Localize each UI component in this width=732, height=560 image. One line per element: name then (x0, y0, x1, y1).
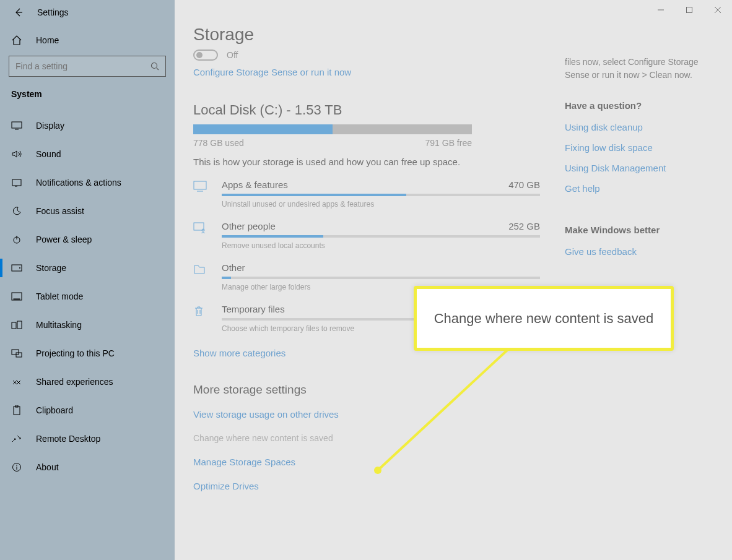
apps-icon (193, 179, 209, 209)
svg-rect-2 (12, 179, 21, 186)
sound-icon (11, 149, 22, 160)
callout-text: Change where new content is saved (434, 311, 654, 327)
close-icon (715, 7, 721, 13)
nav-about[interactable]: About (0, 453, 175, 481)
search-input[interactable] (15, 61, 145, 71)
help-disk-mgmt-link[interactable]: Using Disk Management (565, 163, 713, 173)
svg-rect-1 (12, 122, 22, 128)
help-low-disk-link[interactable]: Fixing low disk space (565, 142, 713, 153)
search-box[interactable] (9, 56, 166, 77)
svg-rect-7 (14, 299, 20, 299)
toggle-label: Off (227, 50, 238, 60)
shared-icon (11, 376, 22, 387)
svg-rect-17 (194, 181, 206, 189)
home-icon (11, 35, 22, 46)
home-nav[interactable]: Home (0, 25, 175, 56)
maximize-button[interactable] (675, 0, 704, 20)
sidebar: Settings Home System Display Sound Notif… (0, 0, 175, 560)
nav-power-sleep[interactable]: Power & sleep (0, 225, 175, 254)
optimize-drives-link[interactable]: Optimize Drives (193, 481, 540, 491)
folder-icon (193, 262, 209, 291)
display-icon (11, 120, 22, 131)
svg-point-5 (19, 267, 20, 269)
svg-rect-16 (687, 7, 692, 13)
svg-rect-9 (17, 321, 22, 329)
nav-sound[interactable]: Sound (0, 140, 175, 168)
annotation-arrow (359, 347, 545, 476)
nav-storage[interactable]: Storage (0, 254, 175, 282)
multitasking-icon (11, 319, 22, 330)
annotation-callout: Change where new content is saved (414, 286, 674, 351)
disk-used: 778 GB used (193, 138, 244, 148)
nav-multitasking[interactable]: Multitasking (0, 311, 175, 339)
remote-desktop-icon (11, 433, 22, 444)
right-intro-text: files now, select Configure Storage Sens… (565, 56, 713, 82)
nav-display[interactable]: Display (0, 111, 175, 140)
minimize-button[interactable] (647, 0, 675, 20)
back-button[interactable] (12, 6, 25, 19)
info-icon (11, 462, 22, 473)
window-controls (647, 0, 732, 20)
disk-stats: 778 GB used 791 GB free (193, 138, 472, 148)
trash-icon (193, 304, 209, 333)
disk-usage-bar (193, 124, 472, 134)
category-other-people[interactable]: Other people252 GB Remove unused local a… (193, 221, 540, 250)
nav-focus-assist[interactable]: Focus assist (0, 197, 175, 225)
svg-rect-12 (14, 407, 20, 415)
toggle-track (193, 50, 218, 61)
make-better-heading: Make Windows better (565, 225, 713, 235)
disk-desc: This is how your storage is used and how… (193, 157, 540, 167)
section-label: System (0, 89, 175, 111)
search-icon (150, 62, 159, 71)
home-label: Home (36, 35, 59, 45)
nav-remote-desktop[interactable]: Remote Desktop (0, 424, 175, 453)
svg-point-21 (374, 467, 381, 474)
svg-rect-8 (12, 322, 16, 329)
svg-point-0 (152, 63, 157, 69)
svg-line-20 (378, 350, 508, 470)
svg-point-15 (16, 465, 17, 466)
feedback-link[interactable]: Give us feedback (565, 246, 713, 257)
help-disk-cleanup-link[interactable]: Using disk cleanup (565, 122, 713, 132)
page-title: Storage (193, 25, 540, 45)
help-get-help-link[interactable]: Get help (565, 183, 713, 194)
power-icon (11, 234, 22, 245)
people-icon (193, 221, 209, 250)
nav-list: Display Sound Notifications & actions Fo… (0, 111, 175, 481)
nav-tablet-mode[interactable]: Tablet mode (0, 282, 175, 311)
close-button[interactable] (704, 0, 732, 20)
titlebar: Settings (0, 0, 175, 25)
maximize-icon (686, 7, 692, 13)
notifications-icon (11, 177, 22, 188)
storage-icon (11, 262, 22, 274)
minimize-icon (658, 7, 664, 13)
moon-icon (11, 205, 22, 217)
configure-storage-sense-link[interactable]: Configure Storage Sense or run it now (193, 67, 540, 77)
have-question-heading: Have a question? (565, 100, 713, 111)
tablet-icon (11, 291, 22, 302)
nav-clipboard[interactable]: Clipboard (0, 396, 175, 424)
disk-free: 791 GB free (425, 138, 473, 148)
nav-projecting[interactable]: Projecting to this PC (0, 339, 175, 368)
category-apps[interactable]: Apps & features470 GB Uninstall unused o… (193, 179, 540, 209)
nav-shared-experiences[interactable]: Shared experiences (0, 368, 175, 396)
clipboard-icon (11, 405, 22, 416)
disk-title: Local Disk (C:) - 1.53 TB (193, 102, 540, 118)
storage-sense-toggle[interactable]: Off (193, 50, 540, 61)
nav-notifications[interactable]: Notifications & actions (0, 168, 175, 197)
arrow-left-icon (14, 7, 24, 17)
svg-rect-10 (12, 350, 19, 355)
app-title: Settings (37, 7, 69, 17)
projecting-icon (11, 348, 22, 359)
